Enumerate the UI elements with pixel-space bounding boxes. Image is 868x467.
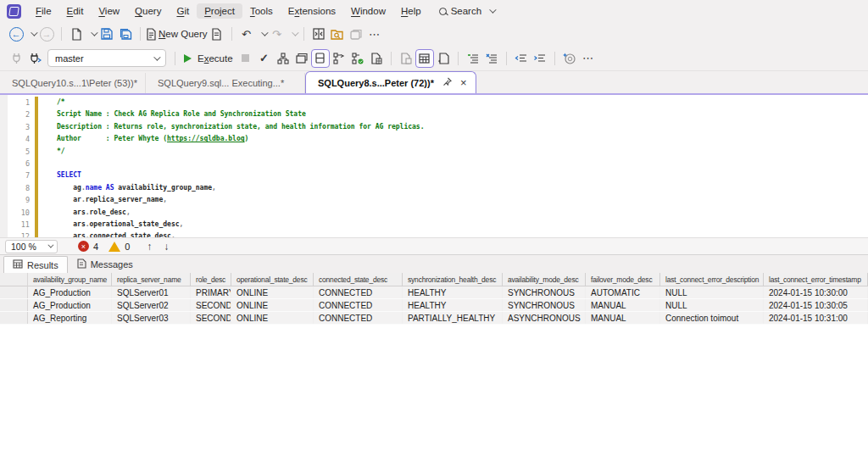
- change-connection-button[interactable]: [25, 49, 44, 68]
- grid-cell[interactable]: 2024-01-15 10:30:05: [764, 299, 868, 311]
- menu-item-help[interactable]: Help: [393, 3, 429, 19]
- grid-cell[interactable]: SQLServer03: [112, 312, 191, 324]
- row-selector[interactable]: [0, 312, 28, 324]
- undo-dropdown[interactable]: [256, 25, 268, 43]
- grid-cell[interactable]: SYNCHRONOUS: [503, 299, 586, 311]
- results-tab-messages[interactable]: Messages: [68, 256, 142, 273]
- grid-column-header[interactable]: replica_server_name: [112, 273, 191, 286]
- grid-cell[interactable]: PRIMARY: [191, 286, 231, 298]
- grid-cell[interactable]: SQLServer01: [112, 286, 191, 298]
- grid-corner[interactable]: [0, 273, 28, 286]
- next-error-button[interactable]: ↓: [164, 241, 169, 253]
- query-windows-button[interactable]: [292, 49, 311, 68]
- increase-indent-button[interactable]: [531, 49, 549, 68]
- database-dropdown[interactable]: master: [47, 49, 166, 67]
- grid-cell[interactable]: CONNECTED: [314, 312, 403, 324]
- grid-cell[interactable]: CONNECTED: [314, 286, 403, 298]
- code-editor[interactable]: 1/*2Script Name : Check AG Replica Role …: [0, 95, 868, 237]
- menu-item-window[interactable]: Window: [343, 3, 393, 19]
- find-in-files-button[interactable]: [328, 25, 347, 43]
- live-query-stats-button[interactable]: [367, 49, 386, 68]
- specify-values-button[interactable]: [274, 49, 292, 68]
- open-query-button[interactable]: [208, 25, 226, 43]
- menu-item-extensions[interactable]: Extensions: [281, 3, 343, 19]
- grid-cell[interactable]: SECONDARY: [191, 299, 231, 311]
- grid-cell[interactable]: MANUAL: [586, 312, 660, 324]
- grid-cell[interactable]: HEALTHY: [403, 286, 503, 298]
- compare-files-button[interactable]: [309, 25, 328, 43]
- estimated-plan-button[interactable]: [330, 49, 348, 68]
- grid-cell[interactable]: SQLServer02: [112, 299, 191, 311]
- menu-item-file[interactable]: File: [28, 3, 59, 19]
- grid-cell[interactable]: NULL: [660, 299, 764, 311]
- grid-column-header[interactable]: availability_mode_desc: [503, 273, 586, 286]
- decrease-indent-button[interactable]: [512, 49, 531, 68]
- row-selector[interactable]: [0, 299, 28, 311]
- actual-plan-toggle[interactable]: [348, 49, 367, 68]
- grid-cell[interactable]: HEALTHY: [403, 299, 503, 311]
- menu-item-git[interactable]: Git: [169, 3, 197, 19]
- pin-tab-icon[interactable]: [442, 77, 452, 88]
- grid-cell[interactable]: ONLINE: [231, 286, 314, 298]
- grid-cell[interactable]: AG_Production: [28, 286, 112, 298]
- search-menu[interactable]: Search: [432, 3, 501, 19]
- split-results-toggle[interactable]: [311, 49, 330, 68]
- grid-cell[interactable]: 2024-01-15 10:31:00: [764, 312, 868, 324]
- copilot-button[interactable]: [560, 49, 579, 68]
- execute-button[interactable]: Execute: [181, 49, 236, 68]
- grid-cell[interactable]: SYNCHRONOUS: [503, 286, 586, 298]
- save-button[interactable]: [97, 25, 116, 43]
- grid-cell[interactable]: PARTIALLY_HEALTHY: [403, 312, 503, 324]
- undo-button[interactable]: ↶: [237, 25, 256, 43]
- zoom-level-dropdown[interactable]: 100 %: [5, 240, 58, 253]
- query-toolbar-overflow-button[interactable]: ⋯: [579, 49, 598, 68]
- grid-cell[interactable]: ONLINE: [231, 299, 314, 311]
- grid-column-header[interactable]: availability_group_name: [28, 273, 112, 286]
- grid-cell[interactable]: AUTOMATIC: [586, 286, 660, 298]
- editor-tab-1[interactable]: SQLQuery10.s...1\Peter (53))*: [0, 73, 146, 93]
- navigate-back-button[interactable]: ←: [7, 25, 25, 43]
- comment-lines-button[interactable]: [464, 49, 482, 68]
- menu-item-tools[interactable]: Tools: [242, 3, 281, 19]
- grid-column-header[interactable]: operational_state_desc: [231, 273, 314, 286]
- menu-item-project[interactable]: Project: [197, 3, 242, 19]
- grid-column-header[interactable]: role_desc: [191, 273, 231, 286]
- redo-dropdown[interactable]: [287, 25, 298, 43]
- grid-column-header[interactable]: failover_mode_desc: [586, 273, 660, 286]
- grid-column-header[interactable]: last_connect_error_timestamp: [764, 273, 868, 286]
- results-to-file-button[interactable]: [397, 49, 415, 68]
- grid-cell[interactable]: MANUAL: [586, 299, 660, 311]
- grid-cell[interactable]: 2024-01-15 10:30:00: [764, 286, 868, 298]
- window-layout-button[interactable]: [347, 25, 365, 43]
- close-tab-icon[interactable]: ×: [460, 76, 467, 89]
- parse-query-button[interactable]: ✓: [255, 49, 274, 68]
- grid-cell[interactable]: SECONDARY: [191, 312, 231, 324]
- results-to-text-button[interactable]: [434, 49, 453, 68]
- open-file-dropdown[interactable]: [86, 25, 97, 43]
- grid-column-header[interactable]: synchronization_health_desc: [403, 273, 503, 286]
- menu-item-view[interactable]: View: [91, 3, 127, 19]
- uncomment-lines-button[interactable]: [482, 49, 501, 68]
- redo-button[interactable]: ↷: [268, 25, 287, 43]
- cancel-query-button[interactable]: [236, 49, 255, 68]
- grid-cell[interactable]: AG_Production: [28, 299, 112, 311]
- warning-icon[interactable]: [108, 242, 120, 252]
- menu-item-edit[interactable]: Edit: [59, 3, 92, 19]
- navigate-back-dropdown[interactable]: [25, 25, 37, 43]
- previous-error-button[interactable]: ↑: [147, 241, 152, 253]
- new-query-button[interactable]: New Query: [146, 25, 208, 43]
- navigate-forward-button[interactable]: →: [37, 25, 56, 43]
- open-file-button[interactable]: [67, 25, 86, 43]
- grid-cell[interactable]: NULL: [660, 286, 764, 298]
- grid-column-header[interactable]: last_connect_error_description: [660, 273, 764, 286]
- grid-cell[interactable]: AG_Reporting: [28, 312, 112, 324]
- grid-cell[interactable]: ONLINE: [231, 312, 314, 324]
- save-all-button[interactable]: [116, 25, 135, 43]
- row-selector[interactable]: [0, 286, 28, 298]
- results-to-grid-toggle[interactable]: [415, 49, 434, 68]
- toolbar-overflow-button[interactable]: ⋯: [365, 25, 384, 43]
- editor-tab-3[interactable]: SQLQuery8.s...Peter (72))*×: [305, 71, 476, 93]
- grid-cell[interactable]: ASYNCHRONOUS: [503, 312, 586, 324]
- editor-tab-2[interactable]: SQLQuery9.sql... Executing...*: [146, 73, 305, 93]
- grid-cell[interactable]: CONNECTED: [314, 299, 403, 311]
